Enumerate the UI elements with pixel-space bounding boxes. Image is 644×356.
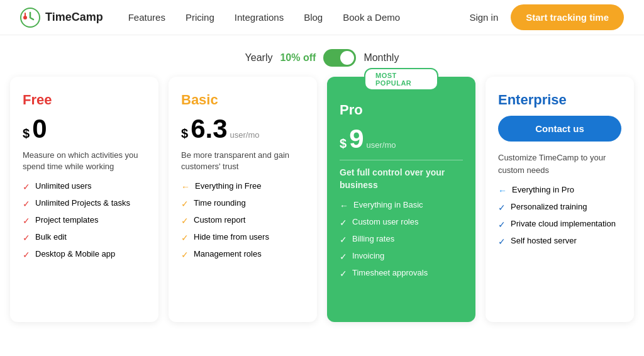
feature-label: Desktop & Mobile app [35, 249, 115, 259]
basic-plan-name: Basic [181, 92, 304, 108]
basic-plan-card: Basic $ 6.3 user/mo Be more transparent … [169, 77, 317, 322]
enterprise-desc: Customize TimeCamp to your custom needs [498, 152, 621, 176]
check-icon: ✓ [23, 216, 30, 226]
nav-demo[interactable]: Book a Demo [343, 12, 400, 23]
contact-us-button[interactable]: Contact us [498, 116, 621, 142]
free-features: ✓ Unlimited users ✓ Unlimited Projects &… [23, 181, 146, 260]
pro-per: user/mo [366, 140, 396, 150]
check-icon: ✓ [181, 216, 189, 226]
check-icon: ✓ [181, 233, 189, 243]
list-item: ✓ Unlimited users [23, 181, 146, 192]
free-plan-card: Free $ 0 Measure on which activities you… [10, 77, 158, 322]
check-icon: ✓ [23, 233, 30, 243]
monthly-label: Monthly [364, 52, 399, 64]
pro-currency: $ [340, 136, 347, 151]
feature-label: Everything in Free [195, 181, 262, 191]
feature-label: Billing rates [352, 234, 394, 243]
nav-features[interactable]: Features [128, 12, 165, 23]
feature-label: Unlimited Projects & tasks [35, 198, 130, 208]
basic-desc: Be more transparent and gain customers' … [181, 150, 304, 172]
pro-amount: 9 [349, 126, 364, 152]
list-item: ✓ Custom report [181, 215, 304, 226]
check-icon: ✓ [498, 236, 506, 247]
feature-label: Invoicing [352, 251, 384, 260]
check-icon: ✓ [340, 218, 347, 228]
pro-features: ← Everything in Basic ✓ Custom user role… [340, 200, 463, 279]
cta-button[interactable]: Start tracking time [511, 4, 624, 30]
check-icon: ✓ [498, 220, 506, 230]
basic-features: ← Everything in Free ✓ Time rounding ✓ C… [181, 181, 304, 260]
nav-links: Features Pricing Integrations Blog Book … [128, 12, 470, 23]
sign-in-link[interactable]: Sign in [469, 12, 498, 23]
pro-plan-card: MOST POPULAR Pro $ 9 user/mo Get full co… [327, 77, 475, 322]
billing-toggle-row: Yearly 10% off Monthly [0, 35, 644, 77]
check-icon: ✓ [498, 203, 506, 213]
free-plan-name: Free [23, 92, 146, 108]
enterprise-features: ← Everything in Pro ✓ Personalized train… [498, 185, 621, 247]
nav-blog[interactable]: Blog [304, 12, 323, 23]
logo[interactable]: TimeCamp [20, 8, 103, 28]
feature-label: Private cloud implementation [511, 219, 616, 228]
nav-pricing[interactable]: Pricing [186, 12, 214, 23]
list-item: ✓ Project templates [23, 215, 146, 226]
list-item: ✓ Timesheet approvals [340, 268, 463, 279]
list-item: ✓ Private cloud implementation [498, 219, 621, 230]
check-icon: ✓ [23, 182, 30, 192]
feature-label: Everything in Basic [353, 200, 423, 209]
check-icon: ✓ [340, 252, 347, 262]
nav-right: Sign in Start tracking time [469, 4, 624, 30]
pro-divider [340, 160, 463, 160]
feature-label: Timesheet approvals [352, 268, 428, 277]
feature-label: Self hosted server [511, 236, 577, 245]
list-item: ← Everything in Free [181, 181, 304, 192]
list-item: ✓ Custom user roles [340, 217, 463, 228]
logo-icon [20, 8, 40, 28]
feature-label: Project templates [35, 215, 98, 225]
list-item: ✓ Billing rates [340, 234, 463, 245]
pro-desc: Get full control over your business [340, 167, 463, 191]
list-item: ✓ Unlimited Projects & tasks [23, 198, 146, 209]
list-item: ✓ Desktop & Mobile app [23, 249, 146, 260]
pro-price-row: $ 9 user/mo [340, 126, 463, 152]
logo-text: TimeCamp [45, 11, 103, 24]
yearly-label: Yearly [245, 52, 273, 64]
free-price-row: $ 0 [23, 116, 146, 142]
arrow-icon: ← [340, 201, 348, 211]
basic-price-row: $ 6.3 user/mo [181, 116, 304, 142]
feature-label: Hide time from users [194, 232, 269, 242]
feature-label: Custom user roles [352, 217, 418, 226]
check-icon: ✓ [340, 235, 347, 245]
list-item: ✓ Hide time from users [181, 232, 304, 243]
list-item: ← Everything in Pro [498, 185, 621, 196]
billing-toggle[interactable] [323, 49, 356, 67]
nav-integrations[interactable]: Integrations [235, 12, 284, 23]
enterprise-plan-card: Enterprise Contact us Customize TimeCamp… [486, 77, 634, 322]
free-currency: $ [23, 126, 30, 141]
check-icon: ✓ [181, 250, 189, 260]
list-item: ✓ Personalized training [498, 202, 621, 213]
basic-currency: $ [181, 126, 188, 141]
feature-label: Personalized training [511, 202, 587, 211]
list-item: ✓ Bulk edit [23, 232, 146, 243]
feature-label: Custom report [194, 215, 245, 225]
feature-label: Management roles [194, 249, 262, 259]
toggle-knob [340, 51, 354, 65]
feature-label: Unlimited users [35, 181, 92, 191]
arrow-icon: ← [498, 186, 507, 196]
free-amount: 0 [32, 116, 47, 142]
navbar: TimeCamp Features Pricing Integrations B… [0, 0, 644, 35]
feature-label: Everything in Pro [512, 185, 574, 194]
list-item: ← Everything in Basic [340, 200, 463, 211]
feature-label: Time rounding [194, 198, 246, 208]
free-desc: Measure on which activities you spend ti… [23, 150, 146, 172]
check-icon: ✓ [181, 199, 189, 209]
basic-per: user/mo [230, 130, 260, 140]
check-icon: ✓ [340, 269, 347, 279]
enterprise-plan-name: Enterprise [498, 92, 621, 108]
list-item: ✓ Self hosted server [498, 236, 621, 247]
list-item: ✓ Management roles [181, 249, 304, 260]
most-popular-badge: MOST POPULAR [364, 68, 438, 91]
pricing-cards: Free $ 0 Measure on which activities you… [0, 77, 644, 322]
check-icon: ✓ [23, 250, 30, 260]
arrow-icon: ← [181, 182, 190, 192]
